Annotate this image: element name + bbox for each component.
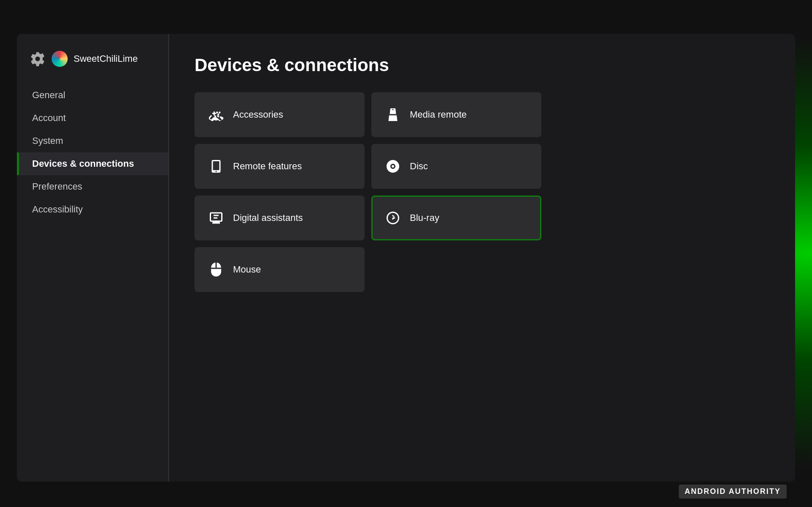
- digital-assistants-label: Digital assistants: [233, 212, 303, 223]
- phone-icon: [208, 159, 224, 174]
- accessories-label: Accessories: [233, 109, 283, 120]
- grid-item-accessories[interactable]: Accessories: [195, 92, 365, 137]
- watermark: ANDROID AUTHORITY: [679, 485, 787, 499]
- media-remote-label: Media remote: [410, 109, 467, 120]
- sidebar-item-devices[interactable]: Devices & connections: [17, 152, 169, 175]
- disc-icon: [385, 159, 401, 174]
- remote-features-label: Remote features: [233, 161, 302, 172]
- gear-icon: [30, 51, 46, 67]
- blu-ray-label: Blu-ray: [410, 212, 439, 223]
- bluray-icon: [385, 210, 401, 226]
- sidebar: SweetChiliLime General Account System De…: [17, 34, 169, 482]
- grid-item-mouse[interactable]: Mouse: [195, 247, 365, 292]
- sidebar-item-preferences[interactable]: Preferences: [17, 175, 169, 198]
- disc-label: Disc: [410, 161, 428, 172]
- tv-frame: SweetChiliLime General Account System De…: [17, 34, 795, 482]
- grid-item-disc[interactable]: Disc: [371, 144, 541, 189]
- mouse-label: Mouse: [233, 264, 261, 275]
- username: SweetChiliLime: [74, 53, 138, 64]
- avatar: [52, 51, 68, 67]
- grid-item-remote-features[interactable]: Remote features: [195, 144, 365, 189]
- mouse-icon: [208, 262, 224, 277]
- grid-item-media-remote[interactable]: Media remote: [371, 92, 541, 137]
- sidebar-item-system[interactable]: System: [17, 130, 169, 152]
- grid-item-digital-assistants[interactable]: Digital assistants: [195, 196, 365, 240]
- grid-item-blu-ray[interactable]: Blu-ray: [371, 196, 541, 240]
- sidebar-item-accessibility[interactable]: Accessibility: [17, 198, 169, 221]
- sidebar-item-account[interactable]: Account: [17, 107, 169, 130]
- sidebar-item-general[interactable]: General: [17, 84, 169, 107]
- page-title: Devices & connections: [195, 55, 770, 75]
- monitor-icon: [208, 210, 224, 226]
- remote-icon: [385, 107, 401, 122]
- sidebar-divider: [168, 34, 169, 482]
- main-content: Devices & connections Accessories M: [169, 34, 795, 482]
- gamepad-icon: [208, 107, 224, 122]
- devices-grid: Accessories Media remote Remote fe: [195, 92, 541, 292]
- sidebar-header: SweetChiliLime: [17, 51, 169, 84]
